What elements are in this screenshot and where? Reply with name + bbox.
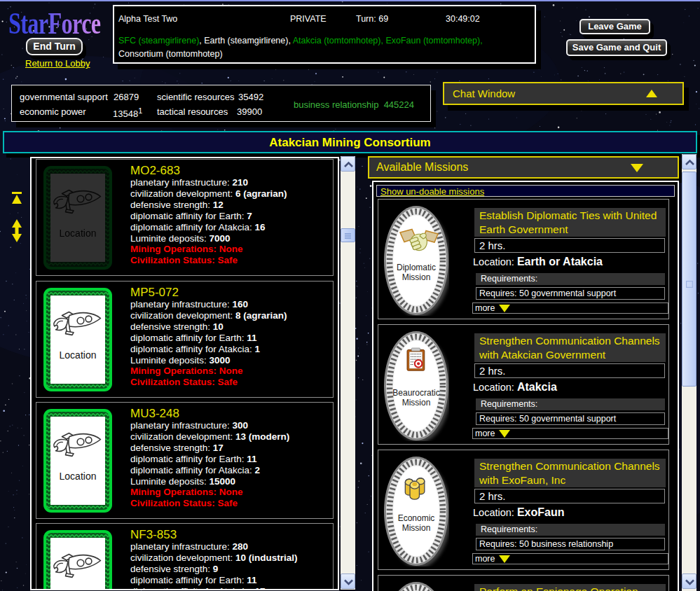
svg-text:Location: Location [60,471,97,482]
svg-text:Mission: Mission [402,398,431,408]
svg-text:Beaurocratic: Beaurocratic [392,388,439,398]
svg-text:Diplomatic: Diplomatic [397,263,436,272]
svg-text:Economic: Economic [398,513,435,523]
svg-text:Location: Location [60,349,97,361]
svg-text:Mission: Mission [402,523,431,533]
svg-text:Location: Location [60,228,97,239]
svg-text:Mission: Mission [402,272,431,282]
